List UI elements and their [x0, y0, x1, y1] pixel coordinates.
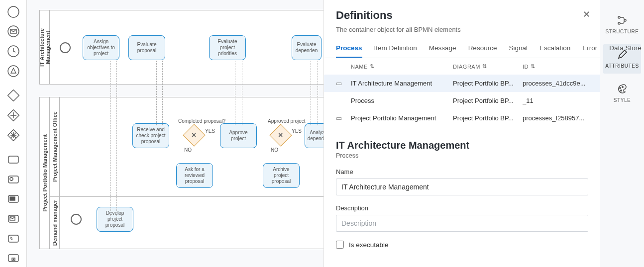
svg-point-20	[624, 19, 626, 21]
palette-icon	[617, 84, 628, 94]
start-event[interactable]	[71, 214, 82, 225]
svg-point-23	[622, 87, 623, 88]
svg-point-22	[621, 90, 622, 91]
palette-signal-event[interactable]	[4, 62, 22, 80]
message-flow	[110, 61, 111, 221]
column-header-diagram[interactable]: DIAGRAM⇅	[453, 63, 523, 70]
task-approve[interactable]: Approve project	[220, 123, 257, 148]
name-label: Name	[336, 168, 588, 176]
palette-timer-event[interactable]	[4, 42, 22, 60]
task-archive[interactable]: Archive project proposal	[263, 163, 300, 188]
svg-point-1	[8, 26, 19, 37]
palette-task[interactable]	[4, 151, 22, 169]
palette-start-event[interactable]	[4, 3, 22, 21]
detail-heading: IT Architecture Management	[336, 140, 588, 151]
gateway-label: Approved project	[268, 118, 306, 124]
palette-message-event[interactable]	[4, 23, 22, 41]
table-row[interactable]: Process Project Portfolio BP... _11	[324, 92, 600, 109]
name-input[interactable]	[336, 178, 588, 195]
rail-structure[interactable]: STRUCTURE	[603, 10, 641, 39]
side-rail: STRUCTURE ATTRIBUTES STYLE	[600, 0, 644, 267]
tab-message[interactable]: Message	[429, 44, 456, 58]
cell-name: Process	[351, 97, 453, 104]
column-header-name[interactable]: NAME⇅	[351, 63, 453, 70]
svg-point-4	[8, 66, 19, 77]
is-executable-input[interactable]	[336, 241, 344, 249]
svg-point-0	[8, 6, 19, 17]
message-flow	[242, 61, 242, 125]
table-row[interactable]: ▭ IT Architecture Management Project Por…	[324, 75, 600, 92]
cell-name: IT Architecture Management	[351, 80, 453, 87]
lane-title: Project Management Office	[52, 111, 58, 182]
description-label: Description	[336, 204, 588, 212]
svg-rect-5	[7, 90, 19, 101]
task-priorities[interactable]: Evaluate project priorities	[209, 35, 246, 60]
close-icon[interactable]: ✕	[583, 9, 590, 20]
message-flow	[156, 61, 157, 125]
svg-point-21	[620, 88, 621, 89]
palette-receive-task[interactable]	[4, 210, 22, 228]
table-row[interactable]: ▭ Project Portfolio Management Project P…	[324, 109, 600, 127]
properties-panel: ✕ Definitions The container object for a…	[323, 0, 600, 267]
pool-ppm[interactable]: Project Portfolio Management Project Man…	[39, 97, 323, 249]
palette-gateway[interactable]	[4, 87, 22, 104]
sort-icon: ⇅	[531, 63, 536, 70]
pool-title: Project Portfolio Management	[42, 134, 48, 212]
tab-signal[interactable]: Signal	[509, 44, 528, 58]
tab-error[interactable]: Error	[582, 44, 597, 58]
gateway-completed[interactable]: ×	[183, 124, 205, 146]
message-flow	[318, 61, 318, 125]
task-evaluate[interactable]: Evaluate proposal	[128, 35, 165, 60]
svg-point-19	[618, 22, 620, 24]
edge-label-yes: YES	[292, 128, 302, 134]
message-flow	[116, 61, 117, 221]
palette-service-task[interactable]	[4, 171, 22, 188]
cell-diagram: Project Portfolio BP...	[453, 97, 523, 104]
task-develop[interactable]: Develop project proposal	[97, 207, 133, 232]
gateway-approved[interactable]: ×	[269, 124, 292, 146]
palette-script-task[interactable]	[4, 230, 22, 248]
pool-it-arch[interactable]: IT Architecture Management Assign object…	[39, 10, 323, 85]
tab-item-definition[interactable]: Item Definition	[374, 44, 417, 58]
task-dependencies[interactable]: Evaluate dependen	[292, 35, 322, 60]
tab-process[interactable]: Process	[336, 44, 362, 58]
cell-id: _11	[523, 97, 588, 104]
description-input[interactable]	[336, 215, 588, 232]
diagram-icon: ▭	[336, 114, 351, 122]
diagram-canvas[interactable]: IT Architecture Management Assign object…	[27, 0, 323, 267]
palette-subprocess[interactable]	[4, 249, 22, 267]
palette-parallel-gateway[interactable]	[4, 106, 22, 124]
tab-data-store[interactable]: Data Store	[609, 44, 642, 58]
message-flow	[162, 61, 163, 125]
resize-handle[interactable]: ══	[324, 127, 600, 136]
palette-complex-gateway[interactable]	[4, 126, 22, 144]
sort-icon: ⇅	[370, 63, 375, 70]
cell-diagram: Project Portfolio BP...	[453, 80, 523, 87]
rail-style[interactable]: STYLE	[603, 79, 641, 108]
message-flow	[235, 61, 235, 125]
sort-icon: ⇅	[482, 63, 487, 70]
tab-escalation[interactable]: Escalation	[539, 44, 570, 58]
column-header-id[interactable]: ID⇅	[523, 63, 588, 70]
svg-rect-8	[8, 156, 18, 163]
detail-kind: Process	[336, 152, 588, 159]
edge-label-yes: YES	[205, 128, 215, 134]
palette-send-task[interactable]	[4, 190, 22, 208]
cell-id: processes_f258957...	[523, 114, 588, 122]
svg-rect-12	[10, 197, 15, 200]
task-receive[interactable]: Receive and check project proposal	[132, 123, 169, 148]
pool-title: IT Architecture Management	[39, 13, 51, 81]
message-flow	[311, 61, 311, 125]
branch-icon	[617, 15, 628, 26]
process-table: NAME⇅ DIAGRAM⇅ ID⇅ ▭ IT Architecture Man…	[324, 58, 600, 127]
task-ask[interactable]: Ask for a reviewed proposal	[176, 163, 213, 188]
svg-point-10	[10, 178, 13, 180]
cell-id: processes_41dcc9e...	[523, 80, 588, 87]
task-analyze[interactable]: Analyze dependen	[305, 123, 323, 148]
is-executable-checkbox[interactable]: Is executable	[336, 241, 588, 249]
cell-diagram: Project Portfolio BP...	[453, 114, 523, 122]
start-event[interactable]	[60, 42, 71, 53]
task-assign[interactable]: Assign objectives to project	[83, 35, 119, 60]
tab-resource[interactable]: Resource	[468, 44, 497, 58]
panel-subtitle: The container object for all BPMN elemen…	[336, 26, 588, 33]
